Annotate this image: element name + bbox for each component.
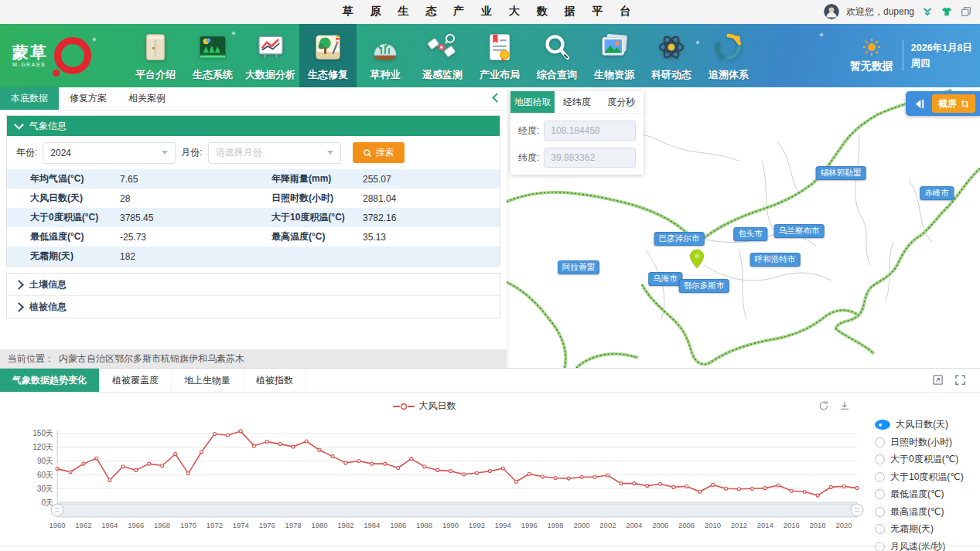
ecosystem-icon: [197, 32, 228, 63]
map-city-label[interactable]: 阿拉善盟: [558, 260, 599, 274]
research-icon: [656, 32, 687, 63]
stat-row: 最低温度(°C)-25.73最高温度(°C)35.13: [7, 227, 500, 247]
main-area: 本底数据修复方案相关案例 气象信息 年份: 2024 月份: 请选择月份: [0, 87, 980, 368]
refresh-icon[interactable]: [818, 400, 829, 411]
map-city-label[interactable]: 乌海市: [648, 272, 682, 286]
chart-tab-3[interactable]: 地上生物量: [172, 369, 244, 392]
svg-text:150天: 150天: [32, 429, 53, 437]
left-tab-1[interactable]: 本底数据: [0, 87, 59, 110]
longitude-field[interactable]: 108.184458: [544, 121, 636, 141]
nav-item-11[interactable]: 追溯体系: [700, 24, 757, 87]
metric-radio-group: 大风日数(天)日照时数(小时)大于0度积温(℃)大于10度积温(℃)最低温度(℃…: [875, 418, 977, 551]
stat-value: 28: [120, 193, 271, 204]
top-bar: 草 原 生 态 产 业 大 数 据 平 台 欢迎您，dupeng: [0, 0, 980, 24]
map-city-label[interactable]: 赤峰市: [920, 186, 954, 200]
map-city-label[interactable]: 乌兰察布市: [774, 224, 825, 238]
longitude-label: 经度:: [518, 124, 539, 138]
metric-radio-7[interactable]: 无霜期(天): [875, 522, 977, 536]
location-label: 当前位置：: [8, 352, 54, 366]
stat-label: 年均气温(°C): [30, 172, 120, 185]
weather-query-form: 年份: 2024 月份: 请选择月份 搜索: [7, 136, 500, 169]
map-pin-icon[interactable]: [689, 249, 705, 269]
nav-item-2[interactable]: 生态系统: [184, 24, 241, 87]
open-window-icon[interactable]: [932, 374, 944, 386]
radio-icon: [875, 507, 885, 517]
nav-item-5[interactable]: 草种业: [357, 24, 414, 87]
map-area[interactable]: 锡林郭勒盟赤峰市乌兰察布市包头市呼和浩特市巴彦淖尔市阿拉善盟乌海市鄂尔多斯市 地…: [507, 87, 980, 368]
svg-text:0天: 0天: [41, 498, 53, 507]
nav-item-6[interactable]: 遥感监测: [414, 24, 471, 87]
window-restore-icon[interactable]: [960, 5, 972, 18]
nav-item-9[interactable]: 生物资源: [586, 24, 643, 87]
date-text: 2026年1月8日: [911, 40, 972, 56]
svg-text:1990: 1990: [442, 521, 459, 529]
screenshot-button[interactable]: 截屏: [932, 94, 975, 113]
weather-info-title: 气象信息: [29, 120, 67, 133]
fullscreen-icon[interactable]: [954, 374, 966, 386]
weather-stats-table: 年均气温(°C)7.65年降雨量(mm)255.07大风日数(天)28日照时数(…: [7, 169, 500, 266]
radio-selected-icon: [875, 420, 890, 430]
avatar[interactable]: [824, 4, 839, 19]
main-nav: 蒙草 M-GRASS 平台介绍生态系统大数据分析生态修复草种业遥感监测产业布局综…: [0, 24, 980, 87]
chevron-right-icon: [14, 302, 24, 312]
svg-text:2000: 2000: [573, 521, 589, 529]
vegetation-info-header[interactable]: 植被信息: [7, 295, 500, 318]
select-caret-icon: [162, 151, 168, 155]
metric-radio-3[interactable]: 大于0度积温(℃): [875, 453, 977, 466]
metric-radio-4[interactable]: 大于10度积温(℃): [875, 471, 977, 484]
chart-tab-1[interactable]: 气象数据趋势变化: [0, 369, 100, 392]
weather-info-header[interactable]: 气象信息: [7, 116, 500, 136]
latitude-field[interactable]: 39.983362: [544, 148, 636, 168]
soil-info-header[interactable]: 土壤信息: [7, 274, 500, 295]
panel-collapse-icon[interactable]: [493, 93, 500, 104]
trend-chart-area: 大风日数 0天30天60天90天120天150天1960196219641966…: [0, 393, 980, 551]
footer-divider: [0, 546, 980, 546]
collapse-left-icon[interactable]: [913, 98, 925, 110]
svg-text:1996: 1996: [521, 521, 538, 529]
nav-item-7[interactable]: 产业布局: [471, 24, 528, 87]
map-city-label[interactable]: 巴彦淖尔市: [654, 232, 705, 246]
restoration-icon: [312, 32, 343, 63]
year-select[interactable]: 2024: [43, 142, 176, 164]
nav-item-4[interactable]: 生态修复: [299, 24, 357, 87]
radio-label: 最高温度(℃): [890, 505, 944, 519]
stat-value: 35.13: [363, 232, 500, 243]
map-city-label[interactable]: 锡林郭勒盟: [816, 166, 866, 180]
year-label: 年份:: [16, 146, 37, 159]
metric-radio-1[interactable]: 大风日数(天): [875, 418, 977, 431]
picker-tab-2[interactable]: 经纬度: [555, 91, 599, 113]
trace-icon: [713, 32, 744, 63]
left-tab-3[interactable]: 相关案例: [118, 87, 176, 110]
picker-tab-1[interactable]: 地图拾取: [510, 91, 555, 113]
tshirt-icon[interactable]: [941, 5, 953, 18]
map-city-label[interactable]: 鄂尔多斯市: [679, 279, 729, 293]
radio-icon: [875, 472, 885, 482]
trend-line-chart[interactable]: 0天30天60天90天120天150天196019621964196619681…: [20, 416, 865, 549]
left-tab-2[interactable]: 修复方案: [59, 87, 118, 110]
metric-radio-6[interactable]: 最高温度(℃): [875, 505, 977, 519]
radio-icon: [875, 454, 885, 464]
svg-text:1982: 1982: [337, 521, 353, 529]
nav-item-10[interactable]: 科研动态: [643, 24, 700, 87]
metric-radio-5[interactable]: 最低温度(℃): [875, 488, 977, 501]
nav-item-8[interactable]: 综合查询: [528, 24, 586, 87]
month-select[interactable]: 请选择月份: [208, 142, 341, 164]
nav-item-1[interactable]: 平台介绍: [127, 24, 184, 87]
chart-legend[interactable]: 大风日数: [0, 400, 849, 413]
chart-tab-2[interactable]: 植被覆盖度: [100, 369, 172, 392]
map-city-label[interactable]: 包头市: [733, 227, 767, 241]
svg-text:1978: 1978: [285, 521, 302, 529]
download-icon[interactable]: [839, 400, 850, 411]
sun-icon: [862, 38, 881, 56]
chart-tab-4[interactable]: 植被指数: [244, 369, 306, 392]
picker-tab-3[interactable]: 度分秒: [599, 91, 644, 113]
chevrons-down-icon[interactable]: [921, 5, 934, 18]
map-city-label[interactable]: 呼和浩特市: [750, 253, 801, 267]
metric-radio-2[interactable]: 日照时数(小时): [875, 436, 977, 449]
radio-label: 大风日数(天): [896, 418, 948, 431]
brand-logo[interactable]: 蒙草 M-GRASS: [0, 24, 127, 87]
search-button[interactable]: 搜索: [353, 142, 405, 163]
svg-text:1992: 1992: [469, 521, 485, 529]
nav-item-3[interactable]: 大数据分析: [241, 24, 299, 87]
svg-text:1964: 1964: [101, 521, 118, 529]
